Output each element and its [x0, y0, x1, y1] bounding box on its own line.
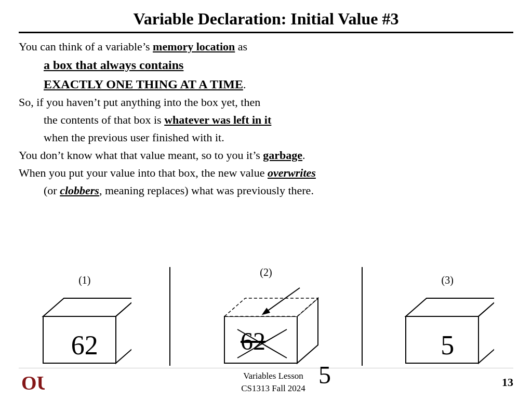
- divider-2: [362, 267, 363, 366]
- footer-line2: CS1313 Fall 2024: [241, 382, 305, 395]
- clobbers-text: clobbers: [60, 184, 99, 197]
- slide: Variable Declaration: Initial Value #3 Y…: [0, 0, 532, 399]
- line9-start: (or: [44, 184, 60, 197]
- line-4: So, if you haven’t put anything into the…: [19, 94, 513, 111]
- line7-end: .: [302, 149, 305, 162]
- line-2: a box that always contains: [44, 56, 513, 74]
- whatever-left-text: whatever was left in it: [164, 113, 271, 126]
- box-1-value: 62: [38, 330, 131, 361]
- line-8: When you put your value into that box, t…: [19, 165, 513, 181]
- ou-logo: OU: [19, 371, 45, 393]
- box-2-old-value: 62: [219, 327, 287, 355]
- footer: OU Variables Lesson CS1313 Fall 2024 13: [19, 368, 513, 394]
- line6-text: when the previous user finished with it.: [44, 131, 224, 144]
- svg-text:OU: OU: [21, 372, 45, 393]
- line1-start: You can think of a variable’s: [19, 40, 153, 53]
- line8-start: When you put your value into that box, t…: [19, 166, 268, 179]
- box-3-container: 5: [401, 290, 494, 366]
- footer-page: 13: [502, 376, 513, 389]
- diagram-1: (1) 62: [38, 274, 131, 366]
- line-7: You don’t know what that value meant, so…: [19, 147, 513, 164]
- diagram-1-label: (1): [78, 274, 90, 286]
- diagram-2: (2): [209, 267, 323, 366]
- line-1: You can think of a variable’s memory loc…: [19, 38, 513, 55]
- footer-center: Variables Lesson CS1313 Fall 2024: [241, 370, 305, 395]
- line5-start: the contents of that box is: [44, 113, 164, 126]
- footer-line1: Variables Lesson: [241, 370, 305, 382]
- diagrams-area: (1) 62 (2): [19, 262, 513, 366]
- memory-location-text: memory location: [153, 40, 235, 53]
- diagram-3-label: (3): [442, 274, 454, 286]
- line9-end: , meaning replaces) what was previously …: [99, 184, 314, 197]
- box-always-contains-text: a box that always contains: [44, 58, 183, 72]
- line7-start: You don’t know what that value meant, so…: [19, 149, 263, 162]
- box-1-container: 62: [38, 290, 131, 366]
- diagram-2-label: (2): [260, 267, 272, 278]
- line-6: when the previous user finished with it.: [44, 129, 513, 146]
- box-2-new-value: 5: [318, 361, 331, 389]
- line-3: EXACTLY ONE THING AT A TIME.: [44, 75, 513, 94]
- divider-1: [169, 267, 170, 366]
- slide-title: Variable Declaration: Initial Value #3: [19, 9, 513, 29]
- period-1: .: [243, 78, 246, 91]
- line-5: the contents of that box is whatever was…: [44, 112, 513, 128]
- garbage-text: garbage: [263, 149, 302, 162]
- line-9: (or clobbers, meaning replaces) what was…: [44, 182, 513, 199]
- title-divider: [19, 32, 513, 33]
- line1-end: as: [235, 40, 247, 53]
- overwrites-text: overwrites: [268, 166, 316, 179]
- line4-text: So, if you haven’t put anything into the…: [19, 96, 260, 109]
- box-2-container: 62 5: [209, 283, 323, 366]
- content-area: You can think of a variable’s memory loc…: [19, 38, 513, 258]
- diagram-3: (3) 5: [401, 274, 494, 366]
- exactly-one-thing-text: EXACTLY ONE THING AT A TIME: [44, 77, 243, 91]
- box-3-value: 5: [401, 330, 494, 361]
